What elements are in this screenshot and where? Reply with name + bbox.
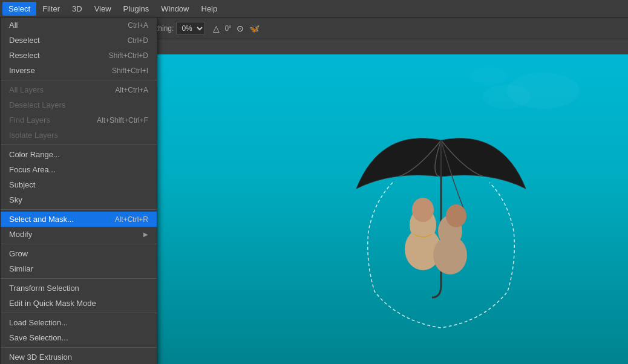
menu-item-shortcut: Alt+Ctrl+R: [115, 215, 148, 224]
canvas-background: [157, 54, 628, 364]
menu-item-label: Isolate Layers: [9, 131, 58, 140]
menu-item-subject[interactable]: Subject: [1, 177, 157, 192]
menu-view[interactable]: View: [88, 2, 117, 16]
menu-separator: [1, 145, 157, 145]
scene-illustration: [320, 92, 562, 364]
menu-item-label: Select and Mask...: [9, 215, 74, 224]
menu-item-label: Color Range...: [9, 150, 60, 159]
menu-item-deselect-layers: Deselect Layers: [1, 97, 157, 112]
svg-point-6: [446, 204, 466, 227]
menu-item-sky[interactable]: Sky: [1, 192, 157, 207]
menu-separator: [1, 80, 157, 80]
menu-item-shortcut: Ctrl+D: [128, 36, 148, 45]
menu-bar: Select Filter 3D View Plugins Window Hel…: [0, 0, 628, 17]
menu-item-label: Reselect: [9, 51, 40, 60]
menu-item-label: Find Layers: [9, 115, 50, 125]
menu-filter[interactable]: Filter: [36, 2, 66, 16]
menu-item-label: New 3D Extrusion: [9, 353, 72, 362]
menu-separator: [1, 209, 157, 210]
menu-item-label: Similar: [9, 264, 33, 273]
butterfly-icon: 🦋: [249, 22, 261, 34]
menu-select[interactable]: Select: [2, 2, 36, 16]
menu-item-modify[interactable]: Modify▶: [1, 227, 157, 242]
menu-item-shortcut: Alt+Shift+Ctrl+F: [97, 116, 148, 125]
menu-item-label: Sky: [9, 195, 22, 204]
menu-item-save-selection---[interactable]: Save Selection...: [1, 330, 157, 345]
menu-item-grow[interactable]: Grow: [1, 246, 157, 261]
menu-item-label: Deselect: [9, 36, 40, 45]
menu-item-label: Focus Area...: [9, 165, 56, 174]
menu-item-label: Modify: [9, 230, 32, 239]
menu-item-find-layers: Find LayersAlt+Shift+Ctrl+F: [1, 112, 157, 128]
menu-item-label: Save Selection...: [9, 333, 68, 342]
menu-item-edit-in-quick-mask-mode[interactable]: Edit in Quick Mask Mode: [1, 296, 157, 311]
smoothing-select[interactable]: 0%: [176, 22, 205, 35]
menu-item-similar[interactable]: Similar: [1, 261, 157, 276]
menu-item-label: Transform Selection: [9, 284, 79, 293]
menu-item-label: Subject: [9, 180, 35, 189]
menu-item-shortcut: Shift+Ctrl+I: [112, 67, 148, 75]
menu-item-label: Edit in Quick Mask Mode: [9, 299, 96, 308]
menu-item-label: Grow: [9, 249, 28, 258]
menu-separator: [1, 347, 157, 348]
svg-point-3: [412, 198, 434, 222]
menu-item-reselect[interactable]: ReselectShift+Ctrl+D: [1, 48, 157, 63]
menu-item-focus-area---[interactable]: Focus Area...: [1, 162, 157, 177]
menu-window[interactable]: Window: [155, 2, 195, 16]
menu-item-all-layers: All LayersAlt+Ctrl+A: [1, 82, 157, 97]
menu-item-transform-selection[interactable]: Transform Selection: [1, 281, 157, 296]
target2-icon: ⊙: [234, 22, 246, 34]
menu-separator: [1, 244, 157, 244]
menu-item-arrow-icon: ▶: [143, 231, 148, 238]
menu-help[interactable]: Help: [195, 2, 224, 16]
menu-separator: [1, 278, 157, 279]
menu-item-label: Deselect Layers: [9, 100, 65, 109]
menu-separator: [1, 313, 157, 313]
menu-item-load-selection---[interactable]: Load Selection...: [1, 315, 157, 330]
angle-icon: △: [210, 22, 222, 34]
menu-item-shortcut: Alt+Ctrl+A: [115, 86, 148, 94]
menu-item-all[interactable]: AllCtrl+A: [1, 18, 157, 33]
menu-item-shortcut: Shift+Ctrl+D: [109, 51, 148, 60]
menu-item-label: Inverse: [9, 66, 35, 75]
menu-item-isolate-layers: Isolate Layers: [1, 128, 157, 143]
menu-item-inverse[interactable]: InverseShift+Ctrl+I: [1, 63, 157, 78]
menu-item-shortcut: Ctrl+A: [128, 21, 148, 30]
menu-item-label: All: [9, 21, 18, 30]
angle-control: △ 0° ⊙ 🦋: [210, 22, 260, 34]
menu-3d[interactable]: 3D: [66, 2, 88, 16]
menu-item-deselect[interactable]: DeselectCtrl+D: [1, 33, 157, 48]
select-menu: AllCtrl+ADeselectCtrl+DReselectShift+Ctr…: [0, 17, 157, 364]
menu-item-color-range---[interactable]: Color Range...: [1, 147, 157, 162]
angle-value: 0°: [224, 24, 231, 33]
menu-plugins[interactable]: Plugins: [117, 2, 155, 16]
menu-item-label: Load Selection...: [9, 318, 68, 327]
menu-item-new-3d-extrusion[interactable]: New 3D Extrusion: [1, 349, 157, 364]
menu-item-label: All Layers: [9, 85, 44, 94]
menu-item-select-and-mask---[interactable]: Select and Mask...Alt+Ctrl+R: [1, 212, 157, 227]
